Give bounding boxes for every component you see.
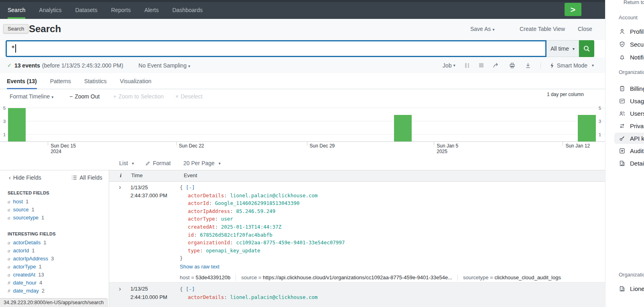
pencil-icon — [145, 161, 150, 166]
event-date: 1/13/25 — [130, 184, 148, 190]
events-table-header: i Time Event — [109, 170, 605, 182]
field-createdat[interactable]: acreatedAt13 — [0, 271, 109, 279]
splunk-logo-icon[interactable]: > — [565, 3, 581, 16]
string-type-icon: a — [8, 264, 10, 270]
close-button[interactable]: Close — [578, 26, 592, 32]
y-axis-label: 3 — [599, 119, 601, 124]
timeline-bar[interactable] — [394, 115, 412, 141]
menu-item-organization-lionel[interactable]: Lione — [605, 283, 644, 294]
hide-fields-button[interactable]: ‹ Hide Fields — [9, 174, 41, 181]
field-actorid[interactable]: aactorId1 — [0, 247, 109, 255]
menu-item-users[interactable]: Users — [605, 108, 644, 119]
x-tick-mark — [563, 142, 563, 145]
print-icon[interactable] — [509, 62, 516, 69]
x-axis-label: Sun Jan 12 — [565, 143, 590, 149]
menu-item-billing[interactable]: Billing — [605, 83, 644, 94]
field-date-mday[interactable]: #date_mday2 — [0, 287, 109, 295]
smart-mode-button[interactable]: Smart Mode▾ — [550, 62, 594, 69]
share-icon[interactable] — [493, 62, 500, 68]
field-host[interactable]: ahost1 — [0, 198, 109, 206]
shield-icon — [619, 41, 626, 48]
tab-statistics[interactable]: Statistics — [84, 73, 107, 89]
field-actoripaddress[interactable]: aactorIpAddress3 — [0, 255, 109, 263]
meta-source[interactable]: source = https://api.clickhouse.cloud/v1… — [241, 274, 452, 282]
y-axis-label: 5 — [599, 106, 601, 111]
event-sampling-dropdown[interactable]: No Event Sampling▾ — [138, 62, 190, 69]
expand-chevron-icon[interactable]: › — [119, 285, 121, 293]
field-source[interactable]: asource1 — [0, 206, 109, 214]
collapse-json-link[interactable]: [-] — [186, 184, 195, 190]
list-view-dropdown[interactable]: List▾ — [119, 156, 134, 170]
job-controls: Job▾ — [443, 57, 594, 73]
tab-visualization[interactable]: Visualization — [120, 73, 151, 89]
menu-item-usage[interactable]: Usag — [605, 95, 644, 106]
format-button[interactable]: Format — [145, 156, 171, 170]
meta-host[interactable]: host = 53de4339120b — [180, 274, 230, 282]
caret-down-icon: ▾ — [132, 156, 134, 170]
time-range-picker[interactable]: All time▾ — [546, 40, 579, 57]
menu-item-profile[interactable]: Profil — [605, 26, 644, 37]
timeline-bar[interactable] — [8, 108, 26, 141]
number-type-icon: # — [8, 280, 10, 286]
expand-chevron-icon[interactable]: › — [119, 183, 121, 191]
field-date-hour[interactable]: #date_hour4 — [0, 279, 109, 287]
create-table-view-button[interactable]: Create Table View — [520, 26, 565, 32]
menu-item-security[interactable]: Secur — [605, 39, 644, 50]
deselect-button: ×Deselect — [175, 89, 203, 104]
timeline-bar[interactable] — [578, 115, 595, 141]
field-actordetails[interactable]: aactorDetails1 — [0, 239, 109, 247]
nav-item-reports[interactable]: Reports — [111, 0, 131, 19]
search-button[interactable] — [579, 40, 594, 57]
timeline-xticks: Sun Dec 152024Sun Dec 22Sun Dec 29Sun Ja… — [0, 142, 605, 156]
string-type-icon: a — [8, 215, 10, 221]
user-icon — [619, 28, 626, 35]
all-fields-button[interactable]: All Fields — [71, 174, 102, 181]
x-axis-label: Sun Dec 152024 — [51, 143, 76, 154]
x-tick-mark — [434, 142, 434, 145]
nav-item-dashboards[interactable]: Dashboards — [172, 0, 203, 19]
return-to-link[interactable]: Return to — [624, 0, 644, 5]
nav-item-analytics[interactable]: Analytics — [39, 0, 61, 19]
nav-item-alerts[interactable]: Alerts — [144, 0, 159, 19]
fields-sidebar: ‹ Hide Fields All Fields SELECTED FIELDS… — [0, 170, 109, 307]
per-page-dropdown[interactable]: 20 Per Page▾ — [183, 156, 221, 170]
hover-tooltip: Search — [3, 24, 28, 33]
list-icon — [71, 175, 77, 180]
menu-item-details[interactable]: Detai — [605, 158, 644, 169]
format-timeline-dropdown[interactable]: Format Timeline▾ — [10, 89, 53, 104]
menu-item-notifications[interactable]: Notifi — [605, 51, 644, 63]
job-menu-button[interactable]: Job▾ — [443, 62, 455, 69]
zoom-to-selection-button: +Zoom to Selection — [113, 89, 164, 104]
meta-sourcetype[interactable]: sourcetype = clickhouse_cloud_audit_logs — [463, 274, 561, 282]
field-actortype[interactable]: aactorType1 — [0, 263, 109, 271]
job-status-bar: ✓ 13 events (before 1/13/25 2:45:32.000 … — [0, 57, 605, 73]
search-icon — [583, 45, 591, 53]
nav-item-datasets[interactable]: Datasets — [75, 0, 97, 19]
field-sourcetype[interactable]: asourcetype1 — [0, 214, 109, 222]
tab-events[interactable]: Events (13) — [7, 73, 37, 89]
divider — [236, 274, 236, 280]
string-type-icon: a — [8, 272, 10, 278]
show-raw-text-link[interactable]: Show as raw text — [180, 263, 561, 271]
tab-patterns[interactable]: Patterns — [50, 73, 71, 89]
menu-item-private-endpoints[interactable]: Privat — [605, 120, 644, 131]
menu-item-audit[interactable]: Audit — [605, 145, 644, 156]
results-tabs: Events (13) Patterns Statistics Visualiz… — [0, 73, 605, 89]
nav-item-search[interactable]: Search — [8, 0, 25, 19]
pause-icon[interactable] — [465, 63, 470, 68]
caret-down-icon: ▾ — [453, 63, 455, 68]
stop-icon[interactable] — [479, 63, 484, 68]
organization-section-header: Organizatio — [619, 69, 644, 75]
menu-item-api-keys[interactable]: API k — [614, 133, 644, 144]
caret-down-icon: ▾ — [492, 27, 494, 32]
column-time: Time — [131, 172, 142, 178]
search-input[interactable]: * — [6, 40, 546, 57]
save-as-button[interactable]: Save As▾ — [470, 26, 494, 32]
collapse-json-link[interactable]: [-] — [186, 286, 195, 292]
download-icon[interactable] — [525, 62, 531, 69]
url-status-preview: 34.29.223.20:8000/en-US/app/search/searc… — [0, 298, 108, 307]
zoom-out-button[interactable]: −Zoom Out — [69, 89, 100, 104]
divider — [457, 274, 458, 280]
string-type-icon: a — [8, 248, 10, 254]
x-axis-label: Sun Dec 22 — [179, 143, 204, 149]
